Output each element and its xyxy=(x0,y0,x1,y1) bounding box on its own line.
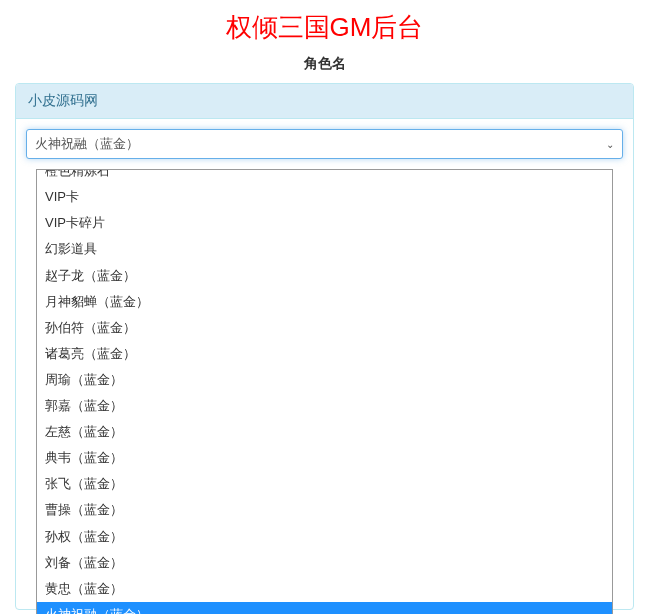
chevron-down-icon: ⌄ xyxy=(606,139,614,150)
selected-value-text: 火神祝融（蓝金） xyxy=(35,135,139,153)
dropdown-option[interactable]: 曹操（蓝金） xyxy=(37,497,612,523)
dropdown-option[interactable]: 刘备（蓝金） xyxy=(37,550,612,576)
dropdown-option[interactable]: VIP卡碎片 xyxy=(37,210,612,236)
dropdown-option[interactable]: 橙色精炼石 xyxy=(37,169,612,184)
dropdown-option[interactable]: 诸葛亮（蓝金） xyxy=(37,341,612,367)
dropdown-option[interactable]: 孙伯符（蓝金） xyxy=(37,315,612,341)
dropdown-option[interactable]: VIP卡 xyxy=(37,184,612,210)
role-name-label: 角色名 xyxy=(15,55,634,73)
page-title: 权倾三国GM后台 xyxy=(15,10,634,45)
dropdown-option[interactable]: 周瑜（蓝金） xyxy=(37,367,612,393)
panel-body: 火神祝融（蓝金） ⌄ 20亿礼包4000w元宝礼包橙色精炼石VIP卡VIP卡碎片… xyxy=(16,119,633,609)
dropdown-option[interactable]: 黄忠（蓝金） xyxy=(37,576,612,602)
dropdown-option[interactable]: 月神貂蝉（蓝金） xyxy=(37,289,612,315)
panel-heading: 小皮源码网 xyxy=(16,84,633,119)
dropdown-option[interactable]: 典韦（蓝金） xyxy=(37,445,612,471)
dropdown-option[interactable]: 郭嘉（蓝金） xyxy=(37,393,612,419)
dropdown-list[interactable]: 20亿礼包4000w元宝礼包橙色精炼石VIP卡VIP卡碎片幻影道具赵子龙（蓝金）… xyxy=(36,169,613,614)
dropdown-option[interactable]: 左慈（蓝金） xyxy=(37,419,612,445)
dropdown-option[interactable]: 赵子龙（蓝金） xyxy=(37,263,612,289)
dropdown-option[interactable]: 孙权（蓝金） xyxy=(37,524,612,550)
source-panel: 小皮源码网 火神祝融（蓝金） ⌄ 20亿礼包4000w元宝礼包橙色精炼石VIP卡… xyxy=(15,83,634,610)
dropdown-option[interactable]: 火神祝融（蓝金） xyxy=(37,602,612,614)
dropdown-option[interactable]: 张飞（蓝金） xyxy=(37,471,612,497)
item-select[interactable]: 火神祝融（蓝金） ⌄ xyxy=(26,129,623,159)
dropdown-option[interactable]: 幻影道具 xyxy=(37,236,612,262)
